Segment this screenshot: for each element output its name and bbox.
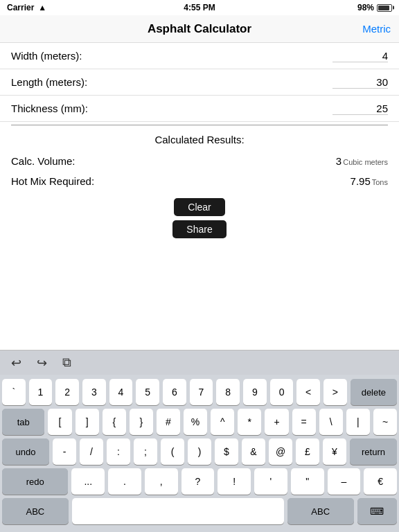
key-lcurly[interactable]: { — [103, 409, 126, 435]
key-2[interactable]: 2 — [55, 379, 79, 405]
undo-toolbar-button[interactable]: ↩ — [7, 354, 26, 372]
keyboard-keys: ` 1 2 3 4 5 6 7 8 9 0 < > delete tab [ ]… — [0, 375, 399, 532]
key-slash[interactable]: / — [80, 438, 103, 465]
key-lparen[interactable]: ( — [161, 438, 184, 465]
abc-left-key[interactable]: ABC — [2, 498, 69, 524]
keyboard-area: ↩ ↪ ⧉ ` 1 2 3 4 5 6 7 8 9 0 < > delete t… — [0, 350, 399, 532]
key-apos[interactable]: ' — [254, 468, 287, 495]
wifi-icon: ▲ — [38, 3, 46, 12]
status-bar: Carrier ▲ 4:55 PM 98% — [0, 0, 399, 15]
abc-right-key[interactable]: ABC — [287, 498, 354, 524]
key-yen[interactable]: ¥ — [323, 438, 346, 465]
volume-label: Calc. Volume: — [11, 155, 76, 167]
nav-bar: Asphalt Calculator Metric — [0, 15, 399, 43]
key-at[interactable]: @ — [269, 438, 292, 465]
status-left: Carrier ▲ — [7, 3, 46, 12]
hotmix-value: 7.95Tons — [351, 175, 388, 187]
keyboard-toolbar: ↩ ↪ ⧉ — [0, 350, 399, 375]
key-lbracket[interactable]: [ — [48, 409, 71, 435]
key-colon[interactable]: : — [107, 438, 130, 465]
carrier-label: Carrier — [7, 3, 34, 12]
divider — [11, 125, 388, 125]
key-ampersand[interactable]: & — [242, 438, 265, 465]
width-input[interactable] — [332, 50, 388, 62]
undo-key[interactable]: undo — [2, 438, 49, 465]
key-row-bottom: ABC ABC ⌨ — [2, 498, 397, 524]
key-comma[interactable]: , — [145, 468, 178, 495]
key-row-4: redo ... . , ? ! ' " – € — [2, 468, 397, 495]
key-7[interactable]: 7 — [190, 379, 213, 405]
tab-key[interactable]: tab — [2, 409, 44, 435]
thickness-label: Thickness (mm): — [11, 103, 88, 114]
key-ellipsis[interactable]: ... — [71, 468, 105, 495]
metric-button[interactable]: Metric — [362, 23, 391, 35]
key-tilde[interactable]: ~ — [373, 409, 397, 435]
share-button[interactable]: Share — [172, 220, 226, 238]
key-pound[interactable]: £ — [296, 438, 319, 465]
clear-button[interactable]: Clear — [174, 198, 224, 216]
key-5[interactable]: 5 — [136, 379, 159, 405]
key-row-3: undo - / : ; ( ) $ & @ £ ¥ return — [2, 438, 397, 465]
key-rbracket[interactable]: ] — [76, 409, 99, 435]
volume-value: 3Cubic meters — [336, 155, 388, 167]
hotmix-unit: Tons — [372, 178, 388, 186]
length-input[interactable] — [332, 76, 388, 89]
key-euro[interactable]: € — [364, 468, 397, 495]
key-plus[interactable]: + — [265, 409, 288, 435]
thickness-input[interactable] — [332, 103, 388, 115]
length-label: Length (meters): — [11, 76, 87, 88]
key-rparen[interactable]: ) — [188, 438, 211, 465]
key-rcurly[interactable]: } — [130, 409, 153, 435]
key-0[interactable]: 0 — [270, 379, 294, 405]
key-question[interactable]: ? — [181, 468, 215, 495]
key-quote[interactable]: " — [291, 468, 324, 495]
width-label: Width (meters): — [11, 50, 82, 62]
hotmix-label: Hot Mix Required: — [11, 175, 94, 187]
thickness-row: Thickness (mm): — [0, 96, 399, 122]
space-key[interactable] — [72, 498, 284, 524]
volume-row: Calc. Volume: 3Cubic meters — [0, 151, 399, 171]
status-time: 4:55 PM — [184, 3, 215, 12]
key-row-1: ` 1 2 3 4 5 6 7 8 9 0 < > delete — [2, 379, 397, 405]
width-row: Width (meters): — [0, 43, 399, 69]
key-backtick[interactable]: ` — [2, 379, 26, 405]
key-1[interactable]: 1 — [29, 379, 53, 405]
battery-fill — [378, 6, 389, 10]
return-key[interactable]: return — [350, 438, 397, 465]
key-3[interactable]: 3 — [82, 379, 106, 405]
buttons-section: Clear Share — [0, 198, 399, 238]
key-9[interactable]: 9 — [243, 379, 267, 405]
key-semicolon[interactable]: ; — [134, 438, 157, 465]
key-backslash[interactable]: \ — [319, 409, 343, 435]
key-4[interactable]: 4 — [109, 379, 133, 405]
key-lt[interactable]: < — [296, 379, 320, 405]
key-caret[interactable]: ^ — [211, 409, 234, 435]
results-header: Calculated Results: — [0, 128, 399, 151]
key-pipe[interactable]: | — [346, 409, 370, 435]
key-dollar[interactable]: $ — [215, 438, 238, 465]
key-percent[interactable]: % — [184, 409, 207, 435]
hotmix-row: Hot Mix Required: 7.95Tons — [0, 171, 399, 191]
delete-key[interactable]: delete — [351, 379, 397, 405]
key-equals[interactable]: = — [292, 409, 316, 435]
key-period[interactable]: . — [108, 468, 141, 495]
main-content: Width (meters): Length (meters): Thickne… — [0, 43, 399, 238]
key-minus[interactable]: - — [53, 438, 76, 465]
key-endash[interactable]: – — [328, 468, 361, 495]
key-gt[interactable]: > — [323, 379, 347, 405]
volume-unit: Cubic meters — [343, 158, 388, 166]
key-hash[interactable]: # — [157, 409, 180, 435]
clipboard-toolbar-button[interactable]: ⧉ — [58, 354, 76, 371]
key-exclaim[interactable]: ! — [218, 468, 251, 495]
key-asterisk[interactable]: * — [238, 409, 261, 435]
key-row-2: tab [ ] { } # % ^ * + = \ | ~ — [2, 409, 397, 435]
nav-title: Asphalt Calculator — [148, 22, 251, 36]
key-6[interactable]: 6 — [163, 379, 186, 405]
keyboard-icon-key[interactable]: ⌨ — [357, 498, 397, 524]
redo-toolbar-button[interactable]: ↪ — [33, 354, 51, 372]
key-8[interactable]: 8 — [216, 379, 240, 405]
length-row: Length (meters): — [0, 69, 399, 96]
battery-icon — [377, 4, 392, 12]
redo-key[interactable]: redo — [2, 468, 68, 495]
battery-percent: 98% — [357, 3, 374, 12]
